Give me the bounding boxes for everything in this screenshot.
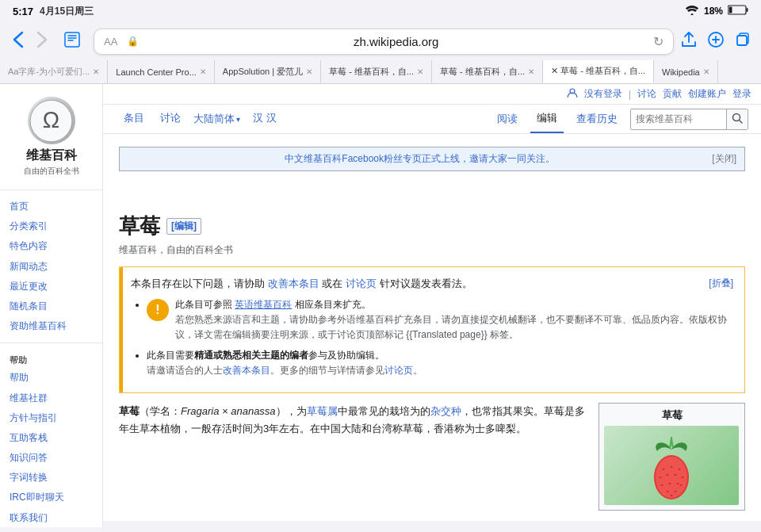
genus-link[interactable]: 草莓属 <box>307 405 338 417</box>
wiki-tab-article[interactable]: 条目 <box>116 105 152 133</box>
svg-point-14 <box>671 466 673 468</box>
tab-strawberry2[interactable]: 草莓 - 维基百科，自... ✕ <box>432 60 543 83</box>
tab-close[interactable]: ✕ <box>417 67 423 76</box>
wiki-action-history[interactable]: 查看历史 <box>570 105 624 132</box>
edit-link[interactable]: [编辑] <box>166 218 201 235</box>
back-button[interactable] <box>10 28 27 55</box>
svg-point-25 <box>675 491 677 492</box>
share-button[interactable] <box>680 31 698 52</box>
battery-percentage: 18% <box>704 6 723 17</box>
page-layout: Ω 维基百科 自由的百科全书 首页 分类索引 特色内容 新闻动态 最近更改 随机… <box>0 84 761 527</box>
new-tab-button[interactable] <box>707 31 725 52</box>
status-bar: 5:17 4月15日周三 18% <box>0 0 761 22</box>
tab-launch-center[interactable]: Launch Center Pro... ✕ <box>108 60 215 83</box>
wiki-tab-han[interactable]: 汉 汉 <box>245 105 285 133</box>
battery-icon <box>728 5 748 17</box>
tab-strawberry-active[interactable]: ✕ 草莓 - 维基百科，自... <box>543 60 654 83</box>
status-date: 4月15日周三 <box>40 5 94 18</box>
svg-text:Ω: Ω <box>43 106 59 132</box>
tabs-bar: Aa字库-为小可爱们... ✕ Launch Center Pro... ✕ A… <box>0 60 761 84</box>
warning-item-2: 此条目需要精通或熟悉相关主题的编者参与及协助编辑。 请邀请适合的人士改善本条目。… <box>147 348 733 378</box>
forward-button[interactable] <box>33 28 51 55</box>
sidebar-link-recent[interactable]: 最近更改 <box>0 277 102 297</box>
improve-link[interactable]: 改善本条目 <box>268 277 319 289</box>
tab-wikipedia[interactable]: Wikipedia ✕ <box>654 60 718 83</box>
warning-box: 本条目存在以下问题，请协助 改善本条目 或在 讨论页 针对议题发表看法。 [折叠… <box>119 266 745 393</box>
tab-close[interactable]: ✕ <box>93 67 99 76</box>
discussion-link[interactable]: 讨论 <box>637 87 656 101</box>
status-time: 5:17 <box>13 6 33 17</box>
sidebar-link-news[interactable]: 新闻动态 <box>0 257 102 277</box>
svg-point-24 <box>667 491 669 492</box>
wiki-action-read[interactable]: 阅读 <box>491 105 524 132</box>
login-link[interactable]: 登录 <box>732 87 751 101</box>
contributions-link[interactable]: 贡献 <box>663 87 682 101</box>
svg-point-20 <box>661 484 663 486</box>
svg-point-18 <box>675 474 677 476</box>
wiki-tab-discussion[interactable]: 讨论 <box>152 105 189 133</box>
tab-strawberry1[interactable]: 草莓 - 维基百科，自... ✕ <box>321 60 432 83</box>
wiki-logo: Ω 维基百科 自由的百科全书 <box>0 90 102 183</box>
discussion-link-warn[interactable]: 讨论页 <box>346 277 377 289</box>
sidebar-link-category[interactable]: 分类索引 <box>0 216 102 236</box>
user-icon <box>567 87 578 101</box>
hybrid-link[interactable]: 杂交种 <box>430 405 461 417</box>
not-logged-in: 没有登录 <box>584 87 622 101</box>
warning-icon: ! <box>147 299 169 321</box>
wiki-tab-variant[interactable]: 大陆简体 ▾ <box>189 105 245 133</box>
sidebar-link-contact[interactable]: 联系我们 <box>0 508 102 527</box>
sidebar-link-random[interactable]: 随机条目 <box>0 297 102 316</box>
english-wiki-link[interactable]: 英语维基百科 <box>235 299 292 310</box>
sidebar-link-home[interactable]: 首页 <box>0 197 102 216</box>
wiki-action-edit[interactable]: 编辑 <box>530 105 564 133</box>
tab-close[interactable]: ✕ <box>528 67 534 76</box>
svg-point-26 <box>671 495 673 496</box>
tab-aa[interactable]: Aa字库-为小可爱们... ✕ <box>0 60 108 83</box>
tab-appsolution[interactable]: AppSolution | 爱范儿 ✕ <box>215 60 321 83</box>
sidebar-link-qa[interactable]: 知识问答 <box>0 448 102 468</box>
sidebar-link-policy[interactable]: 方针与指引 <box>0 408 102 428</box>
sidebar: Ω 维基百科 自由的百科全书 首页 分类索引 特色内容 新闻动态 最近更改 随机… <box>0 84 103 527</box>
lock-icon: 🔒 <box>127 36 139 47</box>
svg-rect-1 <box>747 8 748 12</box>
svg-rect-2 <box>729 7 732 13</box>
address-bar[interactable]: AA 🔒 zh.wikipedia.org ↻ <box>94 29 674 55</box>
strawberry-image <box>604 426 739 505</box>
close-button[interactable]: [关闭] <box>712 152 736 166</box>
svg-rect-3 <box>65 33 79 47</box>
content-area: [关闭] 中文维基百科Facebook粉丝专页正式上线，邀请大家一同关注。 草莓… <box>103 134 761 527</box>
sidebar-link-donate[interactable]: 资助维基百科 <box>0 316 102 336</box>
svg-point-22 <box>677 483 679 484</box>
sidebar-link-conversion[interactable]: 字词转换 <box>0 468 102 488</box>
infobox-title: 草莓 <box>604 408 740 423</box>
wiki-main: 没有登录 | 讨论 贡献 创建账户 登录 条目 讨论 大陆简体 ▾ 汉 汉 阅读… <box>103 84 761 527</box>
sidebar-link-irc[interactable]: IRC即时聊天 <box>0 488 102 507</box>
tab-close[interactable]: ✕ <box>703 67 709 76</box>
status-right: 18% <box>685 5 748 17</box>
tabs-button[interactable] <box>734 31 751 52</box>
sidebar-link-community[interactable]: 维基社群 <box>0 388 102 408</box>
svg-rect-5 <box>737 36 747 45</box>
facebook-link[interactable]: Facebook粉丝专页 <box>342 153 422 164</box>
create-account-link[interactable]: 创建账户 <box>688 87 726 101</box>
svg-point-16 <box>660 477 662 478</box>
bookmarks-button[interactable] <box>57 28 87 55</box>
notice-bar: [关闭] 中文维基百科Facebook粉丝专页正式上线，邀请大家一同关注。 <box>119 147 745 171</box>
wiki-subtitle: 自由的百科全书 <box>24 166 79 177</box>
sidebar-link-featured[interactable]: 特色内容 <box>0 236 102 256</box>
tab-close[interactable]: ✕ <box>306 67 312 76</box>
warning-item-1: ! 此条目可参照 英语维基百科 相应条目来扩充。 若您熟悉来源语言和主题，请协助… <box>147 297 733 343</box>
search-input[interactable] <box>631 110 726 128</box>
svg-point-21 <box>669 483 671 484</box>
sidebar-link-teahouse[interactable]: 互助客栈 <box>0 428 102 448</box>
reload-button[interactable]: ↻ <box>653 34 663 49</box>
svg-line-10 <box>740 120 743 123</box>
search-box[interactable] <box>630 109 748 130</box>
address-aa: AA <box>104 36 117 48</box>
svg-point-23 <box>680 484 683 486</box>
sidebar-link-help[interactable]: 帮助 <box>0 368 102 388</box>
address-text: zh.wikipedia.org <box>145 35 647 48</box>
search-button[interactable] <box>726 109 748 129</box>
fold-button[interactable]: [折叠] <box>709 277 733 291</box>
tab-close[interactable]: ✕ <box>200 67 206 76</box>
